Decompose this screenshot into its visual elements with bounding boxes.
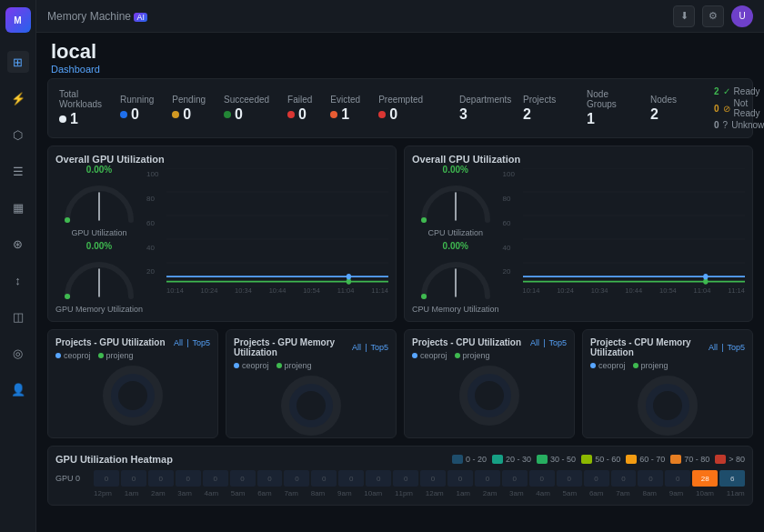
heatmap-cell-15: 0 [502, 470, 528, 487]
gpu-mem-donut [279, 374, 343, 437]
topbar-actions: ⬇ ⚙ U [673, 5, 753, 27]
mini-cpu-util-panel: Projects - CPU Utilization All | Top5 ce… [404, 329, 575, 438]
top5-filter2[interactable]: Top5 [370, 343, 388, 352]
projects-group: Projects 2 [523, 95, 568, 123]
succeeded-workloads: Succeeded 0 [224, 95, 269, 123]
all-filter3[interactable]: All [530, 338, 539, 347]
svg-point-23 [293, 387, 329, 424]
top5-filter3[interactable]: Top5 [548, 338, 567, 347]
all-filter4[interactable]: All [709, 343, 718, 352]
status-bar: Total Workloads 1 Running 0 Pending 0 [47, 78, 753, 138]
evicted-value: 1 [341, 106, 349, 123]
cpu-sparkline [523, 168, 745, 286]
user-avatar[interactable]: U [731, 5, 753, 27]
mini-gpu-mem-panel: Projects - GPU Memory Utilization All | … [226, 329, 397, 438]
page-header: local Dashboard [36, 33, 764, 78]
all-filter2[interactable]: All [352, 343, 361, 352]
sidebar-item-deployments[interactable]: ☰ [7, 160, 29, 182]
gpu-utilization-panel: Overall GPU Utilization 0.00% GPU Utiliz… [47, 146, 397, 322]
total-value: 1 [70, 111, 78, 127]
heatmap-cell-6: 0 [257, 470, 283, 487]
svg-point-25 [471, 377, 508, 414]
evicted-workloads: Evicted 1 [330, 95, 360, 123]
breadcrumb: Dashboard [51, 64, 749, 75]
heatmap-cell-22: 28 [692, 470, 718, 487]
not-ready-icon: ⊘ [723, 104, 730, 114]
heatmap-cell-2: 0 [148, 470, 174, 487]
heatmap-cell-18: 0 [584, 470, 609, 487]
gpu-sparkline [166, 168, 388, 286]
sidebar-item-workloads[interactable]: ⚡ [7, 87, 29, 109]
node-status: 2 ✓ Ready 0 ⊘ Not Ready 0 ? Unknown [714, 86, 764, 130]
heatmap-cell-4: 0 [203, 470, 228, 487]
unknown-count: 0 [714, 120, 719, 130]
ready-count: 2 [714, 86, 719, 96]
sidebar-item-storage[interactable]: ▦ [7, 196, 29, 218]
heatmap-legend: 0 - 20 20 - 30 30 - 50 50 - 60 60 - 70 7… [452, 455, 745, 464]
running-workloads: Running 0 [120, 95, 154, 123]
heatmap-panel: GPU Utilization Heatmap 0 - 20 20 - 30 3… [47, 446, 753, 506]
download-button[interactable]: ⬇ [673, 5, 695, 27]
heatmap-cell-1: 0 [121, 470, 146, 487]
gpu-memory-gauge-svg [58, 253, 140, 303]
top5-filter[interactable]: Top5 [192, 338, 210, 347]
heatmap-cells: 0000000000000000000000286 [94, 470, 745, 487]
heatmap-data-row: GPU 0 0000000000000000000000286 [55, 470, 745, 487]
sidebar-item-compute[interactable]: ⊛ [7, 233, 29, 255]
node-groups-group: NodeGroups 1 [587, 89, 632, 127]
heatmap-cell-10: 0 [366, 470, 391, 487]
failed-dot [287, 111, 295, 118]
pending-workloads: Pending 0 [172, 95, 206, 123]
svg-point-21 [115, 377, 151, 414]
cpu-util-gauge: 0.00% CPU Utilization [415, 168, 497, 237]
sidebar-item-reports[interactable]: ◎ [7, 342, 29, 364]
content-area: Total Workloads 1 Running 0 Pending 0 [36, 78, 764, 532]
succeeded-value: 0 [235, 106, 243, 123]
topbar: Memory Machine AI ⬇ ⚙ U [36, 0, 764, 33]
heatmap-cell-7: 0 [284, 470, 309, 487]
gpu-util-gauge-svg [58, 176, 140, 226]
cpu-memory-gauge-svg [415, 253, 497, 303]
cpu-util-gauge-svg [415, 176, 497, 226]
all-filter[interactable]: All [174, 338, 183, 347]
sidebar-item-models[interactable]: ⬡ [7, 124, 29, 146]
heatmap-cell-3: 0 [176, 470, 201, 487]
main-content: Memory Machine AI ⬇ ⚙ U local Dashboard … [36, 0, 764, 532]
heatmap-cell-5: 0 [230, 470, 256, 487]
sidebar-item-dashboard[interactable]: ⊞ [7, 51, 29, 73]
app-logo: M [5, 7, 31, 33]
heatmap-cell-21: 0 [665, 470, 690, 487]
sidebar: M ⊞ ⚡ ⬡ ☰ ▦ ⊛ ↕ ◫ ◎ 👤 [0, 0, 36, 532]
preempted-dot [378, 111, 386, 118]
pending-dot [172, 111, 179, 118]
failed-workloads: Failed 0 [287, 95, 312, 123]
cpu-mem-donut [636, 374, 699, 437]
not-ready-count: 0 [714, 104, 719, 114]
top5-filter4[interactable]: Top5 [727, 343, 745, 352]
gpu-util-donut [101, 364, 165, 427]
cpu-util-donut [457, 364, 521, 427]
sidebar-item-users[interactable]: 👤 [7, 378, 29, 400]
page-title: local [51, 40, 749, 64]
heatmap-cell-13: 0 [447, 470, 473, 487]
not-ready-row: 0 ⊘ Not Ready [714, 98, 764, 118]
unknown-icon: ? [723, 120, 729, 130]
gpu-memory-gauge: 0.00% GPU Memory Utilization [55, 245, 143, 314]
main-charts-row: Overall GPU Utilization 0.00% GPU Utiliz… [47, 146, 753, 322]
gpu-util-gauge: 0.00% GPU Utilization [58, 168, 140, 237]
preempted-value: 0 [389, 106, 397, 123]
running-dot [120, 111, 127, 118]
gpu-row-label: GPU 0 [55, 474, 92, 483]
sidebar-item-analytics[interactable]: ↕ [7, 269, 29, 291]
app-name: Memory Machine AI [47, 10, 147, 23]
sidebar-item-settings[interactable]: ◫ [7, 306, 29, 327]
preempted-workloads: Preempted 0 [378, 95, 423, 123]
bottom-charts-row: Projects - GPU Utilization All | Top5 ce… [47, 329, 753, 438]
ready-label: Ready [734, 86, 760, 96]
heatmap-cell-20: 0 [638, 470, 663, 487]
settings-button[interactable]: ⚙ [702, 5, 724, 27]
not-ready-label: Not Ready [734, 98, 764, 118]
heatmap-cell-14: 0 [475, 470, 500, 487]
pending-value: 0 [183, 106, 191, 123]
heatmap-cell-0: 0 [94, 470, 119, 487]
